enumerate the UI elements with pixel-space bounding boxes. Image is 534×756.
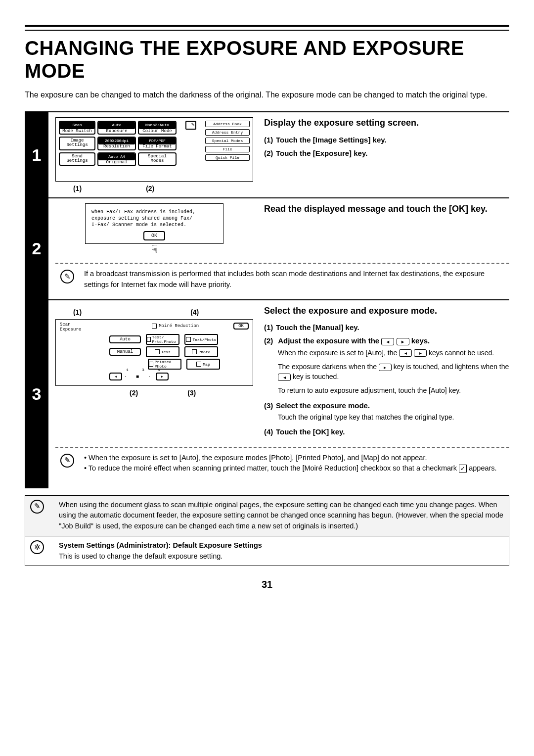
special-modes-button[interactable]: Special Modes: [138, 152, 177, 166]
callout-1: (1): [73, 308, 82, 316]
left-key-icon: ◂: [381, 338, 394, 345]
step-2: 2 When Fax/I-Fax address is included, ex…: [25, 197, 509, 299]
step-3-heading: Select the exposure and exposure mode.: [264, 305, 509, 317]
sys-settings-title: System Settings (Administrator): Default…: [59, 540, 504, 551]
dash-separator: [55, 263, 509, 264]
callout-3: (3): [187, 389, 196, 397]
double-rule: [25, 25, 509, 31]
dash-separator: [55, 447, 509, 448]
mode-printed-photo[interactable]: Printed Photo: [148, 359, 181, 370]
step3-bullet-2: To reduce the moiré effect when scanning…: [84, 463, 509, 474]
step-1-figure: Scan Mode Switch Image Settings Send Set…: [55, 117, 253, 192]
callout-1: (1): [73, 185, 82, 192]
step-1-number: 1: [25, 112, 48, 197]
note-icon: ✎: [60, 270, 74, 284]
callout-2: (2): [146, 185, 154, 192]
step-1-sub-1: Touch the [Image Settings] key.: [276, 136, 387, 144]
original-button[interactable]: Auto A4 Original: [97, 152, 136, 166]
step-1-heading: Display the exposure setting screen.: [264, 117, 509, 129]
screen-exposure: Scan Exposure Moiré Reduction OK Aut: [55, 319, 253, 386]
mode-photo[interactable]: Photo: [184, 346, 218, 357]
manual-button[interactable]: Manual: [109, 348, 141, 356]
callout-4: (4): [190, 308, 199, 316]
step-1: 1 Scan Mode Switch Image Settings Send S…: [25, 111, 509, 197]
colour-mode-button[interactable]: Mono2/Auto Colour Mode: [138, 121, 177, 135]
step3-s4: Touch the [OK] key.: [276, 427, 345, 436]
mode-text-prtd-photo[interactable]: Text/ Prtd.Photo: [146, 334, 179, 345]
note-box-doc-glass: ✎ When using the document glass to scan …: [25, 495, 509, 536]
checkmark-icon: ✓: [459, 465, 467, 472]
quick-file-tab[interactable]: Quick File: [205, 154, 250, 161]
step3-s2: Adjust the exposure with the ◂ ▸ keys.: [278, 336, 430, 345]
exposure-scale: · ■ ·: [124, 374, 154, 379]
file-format-button[interactable]: PDF/PDF File Format: [138, 137, 177, 150]
intro-text: The exposure can be changed to match the…: [25, 89, 509, 100]
note-box-system-settings: ✲ System Settings (Administrator): Defau…: [25, 536, 509, 567]
address-book-icon[interactable]: [185, 121, 196, 130]
address-entry-tab[interactable]: Address Entry: [205, 129, 250, 136]
file-tab[interactable]: File: [205, 146, 250, 152]
send-settings-button[interactable]: Send Settings: [59, 152, 95, 166]
note-icon: ✎: [60, 454, 74, 468]
pointer-icon: ☟: [55, 243, 253, 256]
page-title: CHANGING THE EXPOSURE AND EXPOSURE MODE: [25, 37, 509, 82]
ok-button[interactable]: OK: [143, 231, 165, 240]
step3-s3: Select the exposure mode.: [276, 401, 370, 410]
mode-map[interactable]: Map: [186, 359, 220, 370]
step3-s1: Touch the [Manual] key.: [276, 323, 359, 331]
message-box: When Fax/I-Fax address is included, expo…: [85, 203, 223, 244]
screen-image-settings: Scan Mode Switch Image Settings Send Set…: [55, 117, 253, 182]
ok-button[interactable]: OK: [233, 323, 249, 330]
mode-text[interactable]: Text: [146, 346, 179, 357]
step-3-figure: (1) (4) Scan Exposure Moiré Reduction: [55, 305, 253, 440]
step-1-sub-2: Touch the [Exposure] key.: [276, 149, 367, 157]
note-icon: ✎: [30, 500, 44, 514]
image-settings-button[interactable]: Image Settings: [59, 137, 95, 150]
step-2-heading: Read the displayed message and touch the…: [264, 203, 509, 215]
mode-text-photo[interactable]: Text/Photo: [184, 334, 218, 345]
right-key-icon: ▸: [397, 338, 409, 345]
step-3: 3 (1) (4) Scan Exposure: [25, 299, 509, 488]
gear-icon: ✲: [30, 540, 44, 554]
sys-settings-body: This is used to change the default expos…: [59, 551, 504, 562]
auto-button[interactable]: Auto: [109, 335, 141, 343]
exposure-button[interactable]: Auto Exposure: [97, 121, 136, 135]
address-book-tab[interactable]: Address Book: [205, 121, 250, 127]
resolution-button[interactable]: 200X200dpi Resolution: [97, 137, 136, 150]
step-2-number: 2: [25, 198, 48, 299]
step-2-note: If a broadcast transmission is performed…: [84, 269, 509, 290]
step-2-figure: When Fax/I-Fax address is included, expo…: [55, 203, 253, 256]
exposure-darker-button[interactable]: ▸: [156, 373, 169, 380]
callout-2: (2): [130, 389, 138, 397]
moire-checkbox[interactable]: [152, 324, 157, 329]
page-number: 31: [25, 579, 509, 590]
exposure-lighter-button[interactable]: ◂: [109, 373, 122, 380]
mode-switch-button[interactable]: Scan Mode Switch: [59, 121, 95, 135]
special-modes-tab[interactable]: Special Modes: [205, 138, 250, 144]
step3-bullet-1: When the exposure is set to [Auto], the …: [84, 453, 509, 464]
step-3-number: 3: [25, 300, 48, 488]
